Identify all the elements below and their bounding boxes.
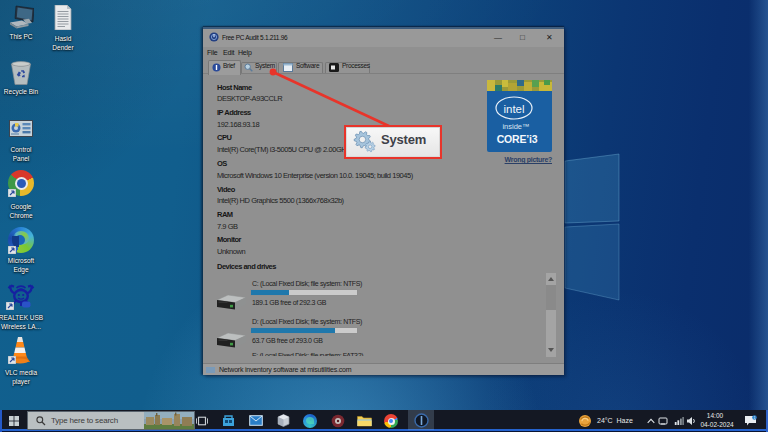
svg-text:1: 1 [754,416,756,420]
